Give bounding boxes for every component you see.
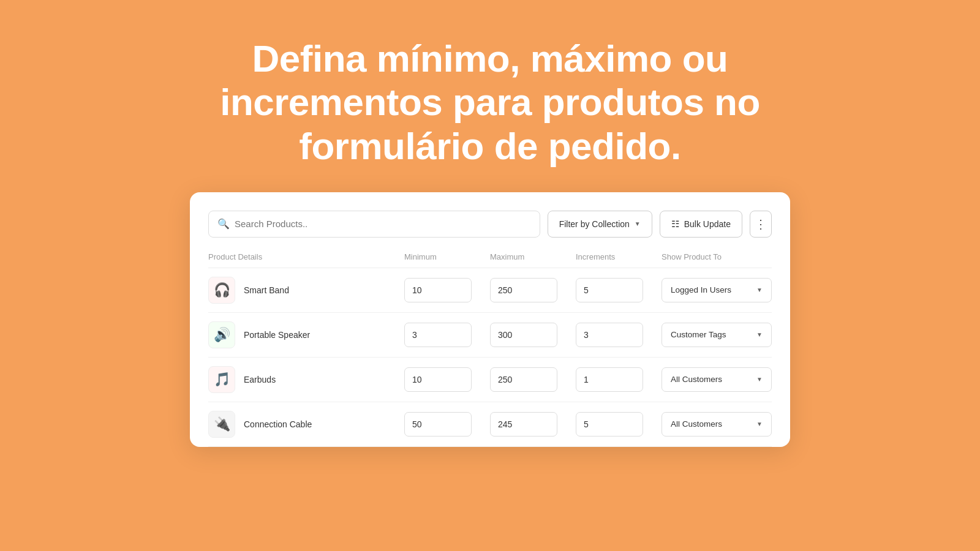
maximum-input-smart-band[interactable] bbox=[490, 278, 557, 302]
hero-title: Defina mínimo, máximo ou incrementos par… bbox=[220, 37, 760, 168]
table-row: 🔊 Portable Speaker Customer Tags ▼ bbox=[208, 313, 772, 358]
product-cell-earbuds: 🎵 Earbuds bbox=[208, 366, 404, 393]
minimum-cell-earbuds bbox=[404, 367, 490, 392]
more-options-button[interactable]: ⋮ bbox=[750, 211, 772, 238]
show-cell-connection-cable: All Customers ▼ bbox=[662, 412, 772, 437]
minimum-cell-portable-speaker bbox=[404, 323, 490, 347]
filter-by-collection-button[interactable]: Filter by Collection ▼ bbox=[548, 211, 652, 238]
product-cell-smart-band: 🎧 Smart Band bbox=[208, 277, 404, 304]
product-image-earbuds: 🎵 bbox=[208, 366, 235, 393]
product-image-connection-cable: 🔌 bbox=[208, 411, 235, 438]
increments-cell-connection-cable bbox=[576, 412, 662, 437]
search-icon: 🔍 bbox=[217, 218, 230, 230]
table-row: 🔌 Connection Cable All Customers ▼ bbox=[208, 402, 772, 447]
search-input[interactable] bbox=[235, 219, 531, 229]
increments-input-portable-speaker[interactable] bbox=[576, 323, 643, 347]
header-increments: Increments bbox=[576, 252, 662, 261]
chevron-down-icon: ▼ bbox=[756, 421, 763, 427]
maximum-cell-earbuds bbox=[490, 367, 576, 392]
header-show: Show Product To bbox=[662, 252, 772, 261]
hero-section: Defina mínimo, máximo ou incrementos par… bbox=[97, 0, 883, 192]
minimum-input-smart-band[interactable] bbox=[404, 278, 472, 302]
chevron-down-icon: ▼ bbox=[756, 331, 763, 338]
show-value-connection-cable: All Customers bbox=[671, 419, 722, 429]
product-cell-portable-speaker: 🔊 Portable Speaker bbox=[208, 321, 404, 348]
product-name-earbuds: Earbuds bbox=[244, 375, 276, 384]
product-card: 🔍 Filter by Collection ▼ ☷ Bulk Update ⋮… bbox=[190, 192, 790, 447]
increments-cell-earbuds bbox=[576, 367, 662, 392]
show-dropdown-earbuds[interactable]: All Customers ▼ bbox=[662, 367, 772, 392]
maximum-cell-smart-band bbox=[490, 278, 576, 302]
minimum-input-earbuds[interactable] bbox=[404, 367, 472, 392]
header-product: Product Details bbox=[208, 252, 404, 261]
minimum-input-connection-cable[interactable] bbox=[404, 412, 472, 437]
table-row: 🎵 Earbuds All Customers ▼ bbox=[208, 358, 772, 402]
chevron-down-icon: ▼ bbox=[756, 287, 763, 293]
bulk-label: Bulk Update bbox=[684, 219, 731, 229]
maximum-input-portable-speaker[interactable] bbox=[490, 323, 557, 347]
show-dropdown-portable-speaker[interactable]: Customer Tags ▼ bbox=[662, 323, 772, 347]
show-cell-earbuds: All Customers ▼ bbox=[662, 367, 772, 392]
minimum-input-portable-speaker[interactable] bbox=[404, 323, 472, 347]
more-icon: ⋮ bbox=[755, 218, 767, 230]
table-body: 🎧 Smart Band Logged In Users ▼ 🔊 Portabl… bbox=[208, 268, 772, 447]
chevron-down-icon: ▼ bbox=[756, 376, 763, 383]
minimum-cell-connection-cable bbox=[404, 412, 490, 437]
increments-input-connection-cable[interactable] bbox=[576, 412, 643, 437]
show-value-portable-speaker: Customer Tags bbox=[671, 330, 726, 339]
show-dropdown-connection-cable[interactable]: All Customers ▼ bbox=[662, 412, 772, 437]
maximum-cell-portable-speaker bbox=[490, 323, 576, 347]
chevron-down-icon: ▼ bbox=[635, 220, 641, 227]
product-image-portable-speaker: 🔊 bbox=[208, 321, 235, 348]
table-row: 🎧 Smart Band Logged In Users ▼ bbox=[208, 268, 772, 313]
product-cell-connection-cable: 🔌 Connection Cable bbox=[208, 411, 404, 438]
show-cell-smart-band: Logged In Users ▼ bbox=[662, 278, 772, 302]
maximum-input-earbuds[interactable] bbox=[490, 367, 557, 392]
search-wrapper: 🔍 bbox=[208, 211, 540, 238]
product-name-smart-band: Smart Band bbox=[244, 285, 289, 295]
header-minimum: Minimum bbox=[404, 252, 490, 261]
filter-label: Filter by Collection bbox=[559, 219, 630, 229]
bulk-update-icon: ☷ bbox=[671, 219, 679, 230]
increments-cell-smart-band bbox=[576, 278, 662, 302]
increments-cell-portable-speaker bbox=[576, 323, 662, 347]
maximum-cell-connection-cable bbox=[490, 412, 576, 437]
show-dropdown-smart-band[interactable]: Logged In Users ▼ bbox=[662, 278, 772, 302]
maximum-input-connection-cable[interactable] bbox=[490, 412, 557, 437]
increments-input-smart-band[interactable] bbox=[576, 278, 643, 302]
minimum-cell-smart-band bbox=[404, 278, 490, 302]
show-cell-portable-speaker: Customer Tags ▼ bbox=[662, 323, 772, 347]
show-value-earbuds: All Customers bbox=[671, 375, 722, 384]
increments-input-earbuds[interactable] bbox=[576, 367, 643, 392]
product-name-portable-speaker: Portable Speaker bbox=[244, 330, 310, 340]
table-header: Product Details Minimum Maximum Incremen… bbox=[208, 252, 772, 268]
bulk-update-button[interactable]: ☷ Bulk Update bbox=[660, 211, 742, 238]
product-image-smart-band: 🎧 bbox=[208, 277, 235, 304]
show-value-smart-band: Logged In Users bbox=[671, 285, 731, 294]
toolbar: 🔍 Filter by Collection ▼ ☷ Bulk Update ⋮ bbox=[208, 211, 772, 238]
product-name-connection-cable: Connection Cable bbox=[244, 419, 312, 429]
header-maximum: Maximum bbox=[490, 252, 576, 261]
